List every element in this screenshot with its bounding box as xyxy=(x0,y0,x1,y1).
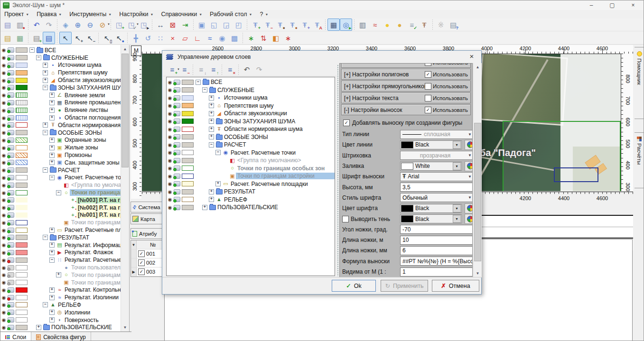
print-icon[interactable] xyxy=(8,160,14,165)
tree-row[interactable]: ◉●Точки пользователя xyxy=(0,264,121,271)
use-checkbox[interactable]: ✓ xyxy=(425,107,431,113)
layer-label[interactable]: Точки по границам за... xyxy=(70,219,121,226)
scroll-up-icon[interactable]: ▲ xyxy=(121,45,129,53)
print-icon[interactable] xyxy=(174,95,180,101)
collapse-icon[interactable]: − xyxy=(49,175,55,180)
layer-label[interactable]: [№001] Р.Т. на гр... xyxy=(76,212,121,218)
expand-icon[interactable]: + xyxy=(49,100,55,105)
print-icon[interactable] xyxy=(174,150,180,155)
expand-icon[interactable]: + xyxy=(209,189,214,194)
visibility-eye-icon[interactable]: ◉ xyxy=(167,150,173,155)
layer-label[interactable]: СЛУЖЕБНЫЕ xyxy=(50,55,90,61)
dialog-close-icon[interactable]: × xyxy=(466,52,477,62)
zoom-history-icon[interactable]: ⊘▼ xyxy=(96,18,109,31)
print-icon[interactable] xyxy=(174,181,180,186)
row-checkbox[interactable]: ✓ xyxy=(138,259,145,266)
tree-row[interactable]: ◉+≈Результат. Контрольн... xyxy=(0,286,121,294)
print-icon[interactable] xyxy=(174,166,180,171)
layer-label[interactable]: Области поглощения ш... xyxy=(63,114,121,121)
safety-helmet-icon[interactable]: ● xyxy=(393,18,406,31)
visibility-eye-icon[interactable]: ◉ xyxy=(167,134,173,139)
tree-row[interactable]: ◉+•Источники шума xyxy=(167,94,335,102)
expand-icon[interactable]: + xyxy=(49,317,55,323)
print-icon[interactable] xyxy=(8,70,14,75)
sidebar-scrollbar[interactable]: ▲ ▼ xyxy=(121,45,129,332)
menu-Рабочий стол[interactable]: Рабочий стол▼ xyxy=(206,10,256,18)
layer-label[interactable]: Промзоны xyxy=(63,152,93,158)
expand-icon[interactable]: + xyxy=(202,205,207,210)
tree-row[interactable]: ◉+◢Области звукоизоляции xyxy=(0,76,121,84)
layer-label[interactable]: ВСЕ xyxy=(209,79,224,85)
apply-button[interactable]: ↻ Применить xyxy=(381,280,428,292)
tree-row[interactable]: ◉▣Точки по границам застройки xyxy=(167,172,335,180)
visibility-eye-icon[interactable]: ◉ xyxy=(0,55,7,60)
section-profile-icon[interactable]: ⇥ xyxy=(179,18,191,31)
tree-row[interactable]: ◉+•Источники шума xyxy=(0,62,121,69)
visibility-eye-icon[interactable]: ◉ xyxy=(167,103,173,108)
field-select[interactable]: ŦArial▼ xyxy=(400,172,473,181)
visibility-eye-icon[interactable]: ◉ xyxy=(167,127,173,132)
visibility-eye-icon[interactable]: ◉ xyxy=(0,115,7,120)
layer-label[interactable]: ПОЛЬЗОВАТЕЛЬСКИЕ xyxy=(216,204,280,211)
tree-row[interactable]: ◉−ВСЕ xyxy=(167,78,335,86)
print-icon[interactable] xyxy=(8,302,14,307)
node-break-icon[interactable]: ∗ xyxy=(282,32,294,44)
ok-button[interactable]: ✓ Ok xyxy=(332,280,376,292)
layer-tree-icon[interactable]: ▤ xyxy=(43,32,55,44)
field-input[interactable]: ##РТ №%{№} (Н = %{Высот xyxy=(400,257,473,266)
print-icon[interactable] xyxy=(8,47,14,53)
extrude-icon[interactable]: ◧ xyxy=(270,32,282,44)
tab-system[interactable]: ⇄ Система xyxy=(131,202,163,212)
expand-icon[interactable]: + xyxy=(209,197,214,202)
copy-figure-icon[interactable]: ▣ xyxy=(196,18,208,31)
field-input[interactable]: 1 xyxy=(400,267,473,276)
expand-icon[interactable]: + xyxy=(209,111,214,116)
visibility-eye-icon[interactable]: ◉ xyxy=(0,220,7,225)
print-icon[interactable] xyxy=(8,100,14,105)
visibility-eye-icon[interactable]: ◉ xyxy=(0,258,7,263)
layer-label[interactable]: Области нормирования шума xyxy=(223,126,304,132)
visibility-eye-icon[interactable]: ◉ xyxy=(0,153,7,158)
layer-label[interactable]: Источники шума xyxy=(223,94,269,101)
layer-delete-icon[interactable]: ≡× xyxy=(224,64,236,76)
tree-row[interactable]: ◉−РАСЧЕТ xyxy=(167,141,335,149)
merge-figure-icon[interactable]: ◰ xyxy=(233,18,245,31)
shadow-checkbox[interactable] xyxy=(342,216,349,222)
tree-row[interactable]: ◉+ŦОбласти нормирования шума xyxy=(167,125,335,133)
tree-row[interactable]: ◉−◉Расчет. Расчетные точки xyxy=(0,174,121,182)
print-icon[interactable] xyxy=(8,287,14,293)
minimize-button[interactable]: – xyxy=(581,0,602,10)
collapse-icon[interactable]: − xyxy=(209,142,214,147)
layer-label[interactable]: Препятствия шуму xyxy=(223,102,275,109)
add-callout-checkbox[interactable]: ✓ xyxy=(343,120,350,126)
layer-label[interactable]: Изолинии xyxy=(63,309,92,316)
tree-row[interactable]: ◉+◢Области звукоизоляции xyxy=(167,110,335,118)
move-figure-icon[interactable]: ╋ xyxy=(130,32,142,44)
terrain-icon[interactable]: ▦ xyxy=(14,32,26,44)
print-icon[interactable] xyxy=(8,183,14,188)
layer-label[interactable]: Влияние промышленны... xyxy=(63,99,121,106)
layer-label[interactable]: Области нормирования ш... xyxy=(56,122,121,129)
row-checkbox[interactable]: ✓ xyxy=(138,250,145,257)
duplicate-figure-icon[interactable]: ◲ xyxy=(220,18,233,31)
layer-label[interactable]: Жилые зоны xyxy=(63,144,100,151)
paste-figure-icon[interactable]: ◱ xyxy=(208,18,220,31)
print-icon[interactable] xyxy=(174,127,180,132)
print-icon[interactable] xyxy=(174,80,180,85)
tab-figure-properties[interactable]: Свойства фигур xyxy=(31,332,91,341)
visibility-eye-icon[interactable]: ◉ xyxy=(0,287,7,293)
print-icon[interactable] xyxy=(8,85,14,90)
expand-icon[interactable]: + xyxy=(36,325,41,330)
tree-row[interactable]: ◉−∷Результат. Расчетные ... xyxy=(0,256,121,264)
tree-row[interactable]: ◉+◎Изолинии xyxy=(0,309,121,316)
visibility-eye-icon[interactable]: ◉ xyxy=(167,189,173,194)
visibility-eye-icon[interactable]: ◉ xyxy=(0,242,7,248)
tree-row[interactable]: ◉+○Точки по границам ос... xyxy=(0,271,121,279)
print-icon[interactable] xyxy=(8,115,14,120)
tree-row[interactable]: ◉−СЛУЖЕБНЫЕ xyxy=(167,86,335,94)
tree-row[interactable]: ◉+РЕЗУЛЬТАТ xyxy=(167,188,335,196)
sign-move-icon[interactable]: Ŧ+ xyxy=(299,18,311,31)
visibility-eye-icon[interactable]: ◉ xyxy=(0,138,7,143)
layer-label[interactable]: Источники шума xyxy=(56,62,103,68)
layer-label[interactable]: ЗОНЫ ЗАТУХАНИЯ ШУМА xyxy=(56,84,121,91)
